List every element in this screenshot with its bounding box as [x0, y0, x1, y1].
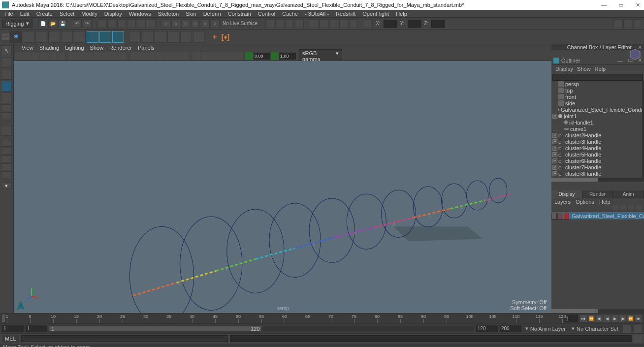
outliner-menu-show[interactable]: Show: [577, 66, 591, 72]
outliner-item[interactable]: ikHandle1: [551, 119, 644, 126]
outliner-minimize-icon[interactable]: —: [617, 58, 623, 63]
gamma-value[interactable]: 1.00: [279, 53, 296, 60]
motion-blur-icon[interactable]: [218, 52, 225, 60]
select-tool-icon[interactable]: ↖: [1, 45, 12, 56]
layer-menu-options[interactable]: Options: [576, 199, 594, 205]
play-back-icon[interactable]: ◀: [604, 315, 611, 322]
select-component-icon[interactable]: [117, 19, 126, 28]
range-start-inner[interactable]: 1: [26, 325, 47, 332]
shelf-snap-point-icon[interactable]: [23, 31, 34, 43]
shelf-snap-grid-icon[interactable]: [61, 31, 73, 43]
panel-menu-panels[interactable]: Panels: [138, 45, 155, 51]
panel-layout-1-icon[interactable]: [310, 19, 319, 28]
layer-menu-layers[interactable]: Layers: [554, 199, 571, 205]
paint-select-tool-icon[interactable]: [1, 69, 12, 80]
expand-icon[interactable]: +: [552, 146, 557, 151]
menu-help[interactable]: Help: [392, 10, 411, 17]
snap-live-icon[interactable]: ○: [201, 19, 210, 28]
menu-redshift[interactable]: Redshift: [332, 10, 359, 17]
menu-modify[interactable]: Modify: [78, 10, 100, 17]
layer-type-icon[interactable]: [557, 213, 563, 220]
expand-icon[interactable]: +: [552, 133, 557, 138]
render-current-icon[interactable]: [275, 19, 284, 28]
anim-layer-dropdown[interactable]: ▾No Anim Layer: [523, 325, 568, 332]
ao-icon[interactable]: [209, 52, 217, 60]
current-frame[interactable]: 1: [564, 315, 578, 322]
step-forward-icon[interactable]: |▶: [619, 315, 626, 322]
range-end-inner[interactable]: 120: [476, 325, 498, 332]
layer-tab-display[interactable]: Display: [551, 190, 582, 198]
xray-joints-icon[interactable]: [181, 52, 189, 60]
layout-two-v-icon[interactable]: [1, 156, 12, 162]
menu-skin[interactable]: Skin: [182, 10, 199, 17]
layout-two-h-icon[interactable]: [1, 148, 12, 155]
shelf-snap-surface-icon[interactable]: [48, 31, 60, 43]
outliner-item[interactable]: +cluster7Handle: [551, 164, 644, 170]
panel-menu-lighting[interactable]: Lighting: [65, 45, 84, 51]
multisample-icon[interactable]: [226, 52, 234, 60]
shelf-curve-3-icon[interactable]: [155, 31, 166, 43]
shelf-shaded-icon[interactable]: [99, 31, 111, 43]
module-selector[interactable]: Rigging▾: [2, 19, 32, 28]
2d-pan-icon[interactable]: [48, 52, 56, 60]
rotate-tool-icon[interactable]: [1, 93, 12, 103]
layout-chevron-icon[interactable]: ▾: [1, 182, 12, 189]
menu-file[interactable]: File: [1, 10, 17, 17]
menu-control[interactable]: Control: [255, 10, 279, 17]
save-scene-icon[interactable]: 💾: [58, 19, 67, 28]
gate-mask-icon[interactable]: [94, 52, 101, 60]
expand-icon[interactable]: +: [552, 171, 557, 176]
outliner-item[interactable]: Galvanized_Steel_Flexible_Conduit: [551, 106, 644, 113]
layer-tab-anim[interactable]: Anim: [613, 190, 644, 198]
layer-up-icon[interactable]: [612, 205, 618, 210]
film-gate-icon[interactable]: [77, 52, 85, 60]
maximize-button[interactable]: ▭: [616, 2, 625, 8]
close-button[interactable]: ✕: [633, 2, 642, 8]
menu-windows[interactable]: Windows: [126, 10, 155, 17]
shelf-bracket-icon[interactable]: [♦]: [221, 31, 230, 43]
outliner-h-scrollbar[interactable]: [551, 178, 644, 182]
shadows-icon[interactable]: [156, 52, 163, 60]
depth-field-icon[interactable]: [234, 52, 242, 60]
layout-single-icon[interactable]: [1, 125, 12, 136]
attribute-editor-toggle-icon[interactable]: [613, 19, 622, 28]
layer-menu-help[interactable]: Help: [599, 199, 611, 205]
smooth-shade-icon[interactable]: [139, 52, 147, 60]
snap-point-icon[interactable]: ○: [181, 19, 190, 28]
anim-prefs-icon[interactable]: [633, 324, 642, 333]
layer-row[interactable]: Galvanized_Steel_Flexible_Conduit_7: [551, 212, 644, 220]
panel-menu-view[interactable]: View: [22, 45, 33, 51]
step-forward-key-icon[interactable]: ⏩: [627, 315, 634, 322]
panel-menu-show[interactable]: Show: [90, 45, 104, 51]
character-set-dropdown[interactable]: ▾No Character Set: [570, 325, 620, 332]
safe-title-icon[interactable]: [119, 52, 127, 60]
snap-view-icon[interactable]: ○: [211, 19, 220, 28]
range-start-outer[interactable]: 1: [2, 325, 24, 332]
select-vertex-icon[interactable]: [127, 19, 136, 28]
go-start-icon[interactable]: ⏮: [580, 315, 587, 322]
outliner-item[interactable]: +cluster3Handle: [551, 138, 644, 145]
lock-camera-icon[interactable]: [23, 52, 31, 60]
outliner-item[interactable]: +joint1: [551, 113, 644, 119]
toggle-grid-icon[interactable]: [364, 19, 373, 28]
layout-custom-icon[interactable]: [1, 171, 12, 178]
expand-icon[interactable]: +: [552, 152, 557, 157]
snap-plane-icon[interactable]: ○: [191, 19, 200, 28]
grid-icon[interactable]: [68, 52, 76, 60]
scale-tool-icon[interactable]: [1, 104, 12, 111]
outliner-search-input[interactable]: [552, 74, 643, 81]
layout-three-icon[interactable]: [1, 163, 12, 170]
wireframe-icon[interactable]: [130, 52, 138, 60]
range-thumb[interactable]: 1 120: [49, 326, 261, 331]
layer-tab-render[interactable]: Render: [582, 190, 613, 198]
range-end-outer[interactable]: 200: [500, 325, 521, 332]
resolution-gate-icon[interactable]: [85, 52, 93, 60]
channel-box-tab[interactable]: Channel Box / Layer Editor: [567, 44, 632, 50]
layer-new-empty-icon[interactable]: [628, 205, 634, 210]
play-forward-icon[interactable]: ▶: [612, 315, 618, 322]
menu-deform[interactable]: Deform: [200, 10, 225, 17]
shelf-tab-gear-icon[interactable]: [2, 37, 9, 40]
layer-h-scrollbar[interactable]: [551, 309, 644, 313]
outliner-menu-help[interactable]: Help: [595, 66, 606, 72]
go-end-icon[interactable]: ⏭: [635, 315, 642, 322]
